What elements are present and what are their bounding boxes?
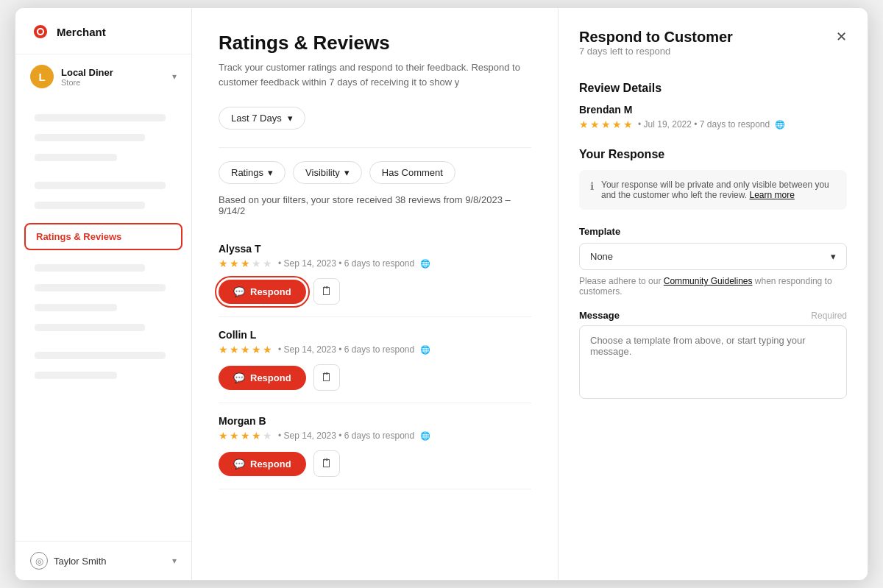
- privacy-notice: ℹ Your response will be private and only…: [579, 170, 847, 210]
- panel-reviewer-date: • Jul 19, 2022 • 7 days to respond: [638, 119, 770, 130]
- privacy-text: Your response will be private and only v…: [601, 180, 836, 200]
- brand-name: Merchant: [57, 26, 106, 38]
- guidelines-text: Please adhere to our Community Guideline…: [579, 276, 847, 297]
- respond-icon: 💬: [233, 286, 245, 297]
- info-icon: ℹ: [590, 180, 594, 192]
- respond-label: Respond: [250, 458, 291, 470]
- review-actions-3: 💬 Respond 🗒: [219, 450, 531, 477]
- panel-title: Respond to Customer: [579, 29, 733, 46]
- panel-subtitle: 7 days left to respond: [579, 46, 733, 57]
- nav-skeleton: [35, 284, 166, 291]
- nav-skeleton: [35, 352, 166, 359]
- star-icon: ★: [590, 118, 600, 130]
- reviewer-name-2: Collin L: [219, 329, 531, 341]
- learn-more-link[interactable]: Learn more: [749, 190, 794, 200]
- review-actions-1: 💬 Respond 🗒: [219, 278, 531, 305]
- message-textarea[interactable]: [579, 325, 847, 399]
- visibility-filter-label: Visibility: [305, 167, 340, 178]
- nav-skeleton: [35, 114, 166, 121]
- date-filter-label: Last 7 Days: [231, 113, 282, 124]
- page-subtitle: Track your customer ratings and respond …: [219, 60, 531, 89]
- chevron-down-icon: ▾: [288, 113, 293, 124]
- respond-icon: 💬: [233, 458, 245, 470]
- star-rating-3: ★ ★ ★ ★ ★: [219, 430, 272, 442]
- template-label: Template: [579, 226, 847, 237]
- doc-button-3[interactable]: 🗒: [313, 450, 340, 477]
- chevron-down-icon: ▾: [344, 167, 350, 178]
- respond-button-3[interactable]: 💬 Respond: [219, 452, 306, 476]
- review-item-1: Alyssa T ★ ★ ★ ★ ★ • Sep 14, 2023 • 6 da…: [219, 231, 531, 317]
- panel-reviewer-name: Brendan M: [579, 104, 847, 116]
- star-icon: ★: [263, 258, 272, 269]
- nav-skeleton-group-1: [24, 105, 182, 171]
- star-icon: ★: [263, 344, 272, 355]
- doordash-logo-icon: [30, 21, 51, 42]
- nav-skeleton: [35, 324, 145, 331]
- nav-skeleton: [35, 182, 166, 189]
- chevron-down-icon: ▾: [268, 167, 273, 178]
- main-content: Ratings & Reviews Track your customer ra…: [192, 8, 558, 580]
- nav-skeleton-group-3: [24, 255, 182, 341]
- globe-icon: 🌐: [420, 259, 430, 269]
- community-guidelines-link[interactable]: Community Guidelines: [664, 276, 753, 286]
- star-icon: ★: [263, 430, 272, 442]
- doc-button-1[interactable]: 🗒: [313, 278, 340, 305]
- respond-label: Respond: [250, 372, 291, 383]
- star-icon: ★: [601, 118, 611, 130]
- user-name: Taylor Smith: [54, 556, 166, 567]
- page-title: Ratings & Reviews: [219, 32, 531, 54]
- message-label: Message: [579, 310, 620, 321]
- star-icon: ★: [241, 430, 250, 442]
- review-date-1: • Sep 14, 2023 • 6 days to respond: [278, 258, 414, 269]
- star-icon: ★: [252, 344, 261, 355]
- close-button[interactable]: ✕: [836, 29, 847, 45]
- star-icon: ★: [219, 344, 228, 355]
- star-rating-1: ★ ★ ★ ★ ★: [219, 258, 272, 269]
- user-icon: ◎: [30, 552, 48, 570]
- star-icon: ★: [579, 118, 589, 130]
- template-value: None: [590, 251, 613, 262]
- star-icon: ★: [230, 430, 239, 442]
- review-item-3: Morgan B ★ ★ ★ ★ ★ • Sep 14, 2023 • 6 da…: [219, 403, 531, 489]
- sidebar-item-ratings-reviews[interactable]: Ratings & Reviews: [24, 223, 182, 250]
- sidebar-header: Merchant: [15, 8, 191, 54]
- has-comment-filter-button[interactable]: Has Comment: [369, 161, 455, 184]
- review-actions-2: 💬 Respond 🗒: [219, 364, 531, 391]
- store-selector[interactable]: L Local Diner Store ▾: [15, 54, 191, 99]
- nav-skeleton: [35, 304, 117, 311]
- respond-button-2[interactable]: 💬 Respond: [219, 366, 306, 390]
- star-icon: ★: [252, 430, 261, 442]
- nav-skeleton-group-4: [24, 342, 182, 389]
- respond-button-1[interactable]: 💬 Respond: [219, 280, 306, 304]
- reviewer-name-3: Morgan B: [219, 415, 531, 427]
- template-select[interactable]: None ▾: [579, 243, 847, 270]
- sidebar-nav: Ratings & Reviews: [15, 99, 191, 541]
- globe-icon: 🌐: [420, 431, 430, 441]
- star-icon: ★: [241, 258, 250, 269]
- star-rating-2: ★ ★ ★ ★ ★: [219, 344, 272, 355]
- visibility-filter-button[interactable]: Visibility ▾: [293, 161, 362, 184]
- message-header: Message Required: [579, 310, 847, 321]
- sidebar-footer[interactable]: ◎ Taylor Smith ▾: [15, 541, 191, 580]
- review-meta-1: ★ ★ ★ ★ ★ • Sep 14, 2023 • 6 days to res…: [219, 258, 531, 269]
- document-icon: 🗒: [321, 457, 333, 470]
- panel-reviewer-meta: ★ ★ ★ ★ ★ • Jul 19, 2022 • 7 days to res…: [579, 118, 847, 130]
- document-icon: 🗒: [321, 371, 333, 384]
- star-icon: ★: [219, 430, 228, 442]
- nav-skeleton: [35, 202, 145, 209]
- review-item-2: Collin L ★ ★ ★ ★ ★ • Sep 14, 2023 • 6 da…: [219, 317, 531, 403]
- doc-button-2[interactable]: 🗒: [313, 364, 340, 391]
- nav-skeleton-group-2: [24, 172, 182, 219]
- globe-icon: 🌐: [420, 345, 430, 355]
- date-filter-dropdown[interactable]: Last 7 Days ▾: [219, 107, 305, 130]
- star-icon: ★: [612, 118, 622, 130]
- sidebar: Merchant L Local Diner Store ▾ Ratings &…: [15, 8, 192, 580]
- chevron-down-icon: ▾: [172, 71, 177, 82]
- store-avatar: L: [30, 65, 54, 88]
- chevron-down-icon: ▾: [831, 251, 836, 262]
- star-icon: ★: [252, 258, 261, 269]
- respond-label: Respond: [250, 286, 291, 297]
- ratings-filter-button[interactable]: Ratings ▾: [219, 161, 286, 184]
- review-meta-2: ★ ★ ★ ★ ★ • Sep 14, 2023 • 6 days to res…: [219, 344, 531, 355]
- divider: [219, 147, 531, 148]
